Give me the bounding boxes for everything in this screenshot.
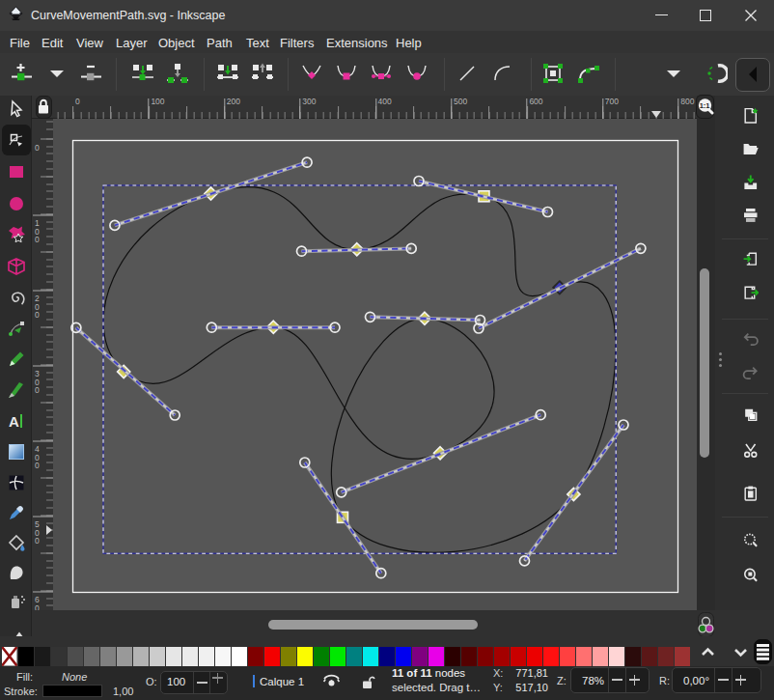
svg-text:1:1: 1:1 xyxy=(700,101,710,110)
svg-text:A: A xyxy=(9,413,19,430)
